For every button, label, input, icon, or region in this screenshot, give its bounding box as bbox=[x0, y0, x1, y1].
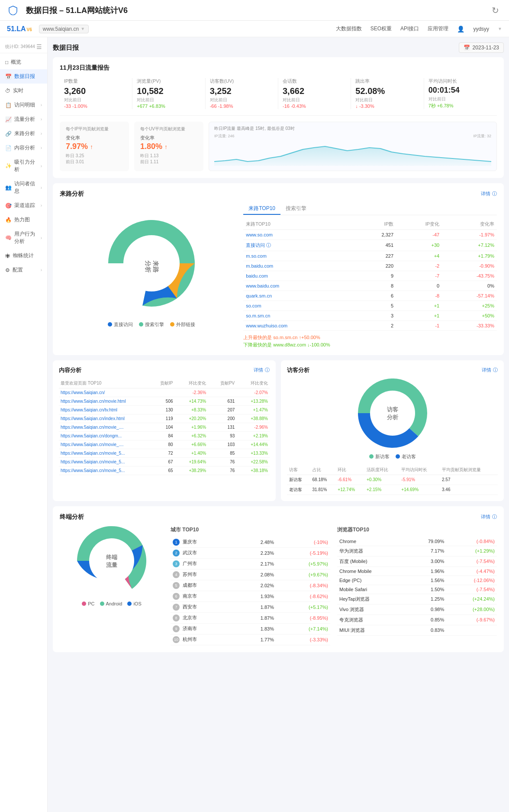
source-table-row: www.wuzhuiso.com 2 -1 -33.33% bbox=[243, 320, 497, 330]
source-note-down: 下降最快的是 www.d8wz.com ↓-100.00% bbox=[243, 342, 497, 348]
user-dropdown[interactable]: ▼ bbox=[498, 26, 502, 31]
visitor-detail-icon: ⓘ bbox=[493, 367, 498, 373]
city-table-row: 5 成都市 2.02% (-8.34%) bbox=[171, 580, 330, 591]
sidebar-item-spider[interactable]: 🕷 蜘蛛统计 bbox=[0, 249, 47, 263]
visitor-detail-link[interactable]: 详情 ⓘ bbox=[482, 367, 498, 373]
calendar-icon: 📅 bbox=[464, 45, 470, 51]
stat-ip-compare: 对比前日 bbox=[64, 97, 128, 103]
browser-table-row: HeyTap浏览器 1.25% (+24.24%) bbox=[337, 594, 497, 604]
city-table-row: 3 广州市 2.17% (+5.97%) bbox=[171, 558, 330, 569]
arrow-icon: › bbox=[41, 103, 42, 107]
nav-seo[interactable]: SEO权重 bbox=[370, 25, 392, 32]
cities-data-table: 1 重庆市 2.48% (-10%) 2 武汉市 2.23% (-5.19%) … bbox=[171, 537, 330, 645]
stat-pv-change: +677 +6.83% bbox=[137, 104, 200, 109]
config-icon: ⚙ bbox=[5, 267, 10, 273]
username[interactable]: yydsyy bbox=[473, 26, 489, 32]
arrow-icon-7: › bbox=[41, 203, 42, 208]
visitor-info-icon: 👥 bbox=[5, 184, 12, 191]
stat-uv-change: -66 -1.98% bbox=[210, 104, 274, 109]
sidebar-item-content[interactable]: 📄 内容分析 › bbox=[0, 141, 47, 155]
source-th-rate: 变化率 bbox=[442, 219, 497, 230]
sidebar-item-heatmap[interactable]: 🔥 热力图 bbox=[0, 213, 47, 227]
refresh-button[interactable]: ↻ bbox=[488, 3, 502, 17]
behavior-icon: 🧠 bbox=[5, 235, 12, 241]
daily-icon: 📅 bbox=[5, 74, 12, 80]
source-tab-search[interactable]: 搜索引擎 bbox=[280, 203, 312, 215]
source-note-up: 上升最快的是 so.m.sm.cn ↑+50.00% bbox=[243, 334, 497, 341]
spider-icon: 🕷 bbox=[5, 253, 10, 259]
stat-ip-label: IP数量 bbox=[64, 78, 128, 84]
stats-card: 11月23日流量报告 IP数量 3,260 对比前日 -33 -1.00% 浏览… bbox=[53, 57, 504, 178]
arrow-icon-5: › bbox=[41, 164, 42, 168]
logo-text: 51.LAV6 bbox=[7, 25, 32, 33]
sidebar-item-attraction[interactable]: ✨ 吸引力分析 › bbox=[0, 155, 47, 177]
sidebar-item-realtime[interactable]: ⏱ 实时 bbox=[0, 84, 47, 98]
logo-shield bbox=[7, 4, 19, 16]
metrics-lower-row: 每个IP平均页献浏览量 变化率 7.97% ↑ 昨日 3.25 前日 3.01 … bbox=[60, 122, 497, 171]
ip-per-visit-value: 7.97% ↑ bbox=[66, 142, 123, 151]
browser-table-row: 百度 (Mobile) 3.00% (-7.54%) bbox=[337, 556, 497, 566]
stat-duration-label: 平均访问时长 bbox=[428, 78, 493, 84]
sidebar-item-overview[interactable]: □ 概览 bbox=[0, 55, 47, 69]
browser-table-row: MIUI 浏览器 0.83% bbox=[337, 625, 497, 635]
source-analysis-card: 来路分析 详情 ⓘ bbox=[53, 183, 504, 355]
source-table-row: m.baidu.com 220 -2 -0.90% bbox=[243, 261, 497, 271]
site-url-input[interactable]: www.5aiqian.cn ▼ bbox=[39, 25, 89, 33]
visitor-th: 访客 bbox=[287, 465, 310, 475]
sidebar-item-visit-detail[interactable]: 📋 访问明细 › bbox=[0, 98, 47, 112]
content-table-row: https://www.5aiqian.cn/movie_.... 104 +1… bbox=[59, 423, 270, 431]
visitor-legend: 新访客 老访客 bbox=[369, 451, 416, 463]
city-table-row: 1 重庆市 2.48% (-10%) bbox=[171, 537, 330, 548]
sidebar-item-daily[interactable]: 📅 数据日报 bbox=[0, 69, 47, 84]
ip-chart-box: 昨日IP流量 最高峰是 15时, 最低谷是 03时 IP流量: 246 IP流量… bbox=[209, 122, 497, 171]
stat-session-label: 会话数 bbox=[283, 78, 346, 84]
terminal-donut-area: 终端流量 PC Android bbox=[60, 526, 164, 645]
stat-pv-value: 10,582 bbox=[137, 86, 200, 96]
visitor-th: 活跃度环比 bbox=[364, 465, 399, 475]
uv-per-visit-prevday: 前日 1.11 bbox=[140, 159, 197, 165]
overview-icon: □ bbox=[5, 59, 8, 65]
sidebar-item-behavior[interactable]: 🧠 用户行为分析 › bbox=[0, 227, 47, 249]
sidebar: 统计ID: 349644 ☰ □ 概览 📅 数据日报 ⏱ 实时 📋 访问明细 ›… bbox=[0, 37, 48, 812]
stat-uv: 访客数(UV) 3,252 对比前日 -66 -1.98% bbox=[206, 78, 278, 109]
cities-table-area: 城市 TOP10 1 重庆市 2.48% (-10%) 2 武汉市 2.23% … bbox=[171, 526, 330, 645]
content-th-ip: 贡献IP bbox=[149, 379, 175, 388]
source-table-row: quark.sm.cn 6 -8 -57.14% bbox=[243, 291, 497, 301]
stat-duration-value: 00:01:54 bbox=[428, 86, 493, 95]
sidebar-item-visitor-info[interactable]: 👥 访问者信息 › bbox=[0, 177, 47, 198]
terminal-legend: PC Android iOS bbox=[82, 598, 142, 609]
content-data-table: 最受欢迎页面 TOP10 贡献IP 环比变化 贡献PV 环比变化 https:/… bbox=[59, 379, 270, 475]
stat-bounce-value: 52.08% bbox=[355, 86, 419, 96]
top-nav: 数据日报 – 51.LA网站统计V6 ↻ bbox=[0, 0, 509, 21]
content-detail-link[interactable]: 详情 ⓘ bbox=[254, 367, 270, 373]
visitor-th: 占比 bbox=[310, 465, 336, 475]
content-th-ip-chg: 环比变化 bbox=[175, 379, 208, 388]
sidebar-item-source[interactable]: 🔗 来路分析 › bbox=[0, 126, 47, 141]
source-tab-top10[interactable]: 来路TOP10 bbox=[243, 203, 280, 215]
attraction-icon: ✨ bbox=[5, 163, 12, 169]
terminal-detail-link[interactable]: 详情 ⓘ bbox=[481, 514, 497, 520]
browser-table-row: Edge (PC) 1.56% (-12.06%) bbox=[337, 576, 497, 585]
nav-bigdata[interactable]: 大数据指数 bbox=[336, 25, 362, 32]
source-table-row: m.so.com 227 +4 +1.79% bbox=[243, 251, 497, 261]
nav-app-mgmt[interactable]: 应用管理 bbox=[428, 25, 448, 32]
source-th-name: 来路TOP10 bbox=[243, 219, 355, 230]
sidebar-item-config[interactable]: ⚙ 配置 › bbox=[0, 263, 47, 277]
city-table-row: 2 武汉市 2.23% (-5.19%) bbox=[171, 547, 330, 558]
nav-api[interactable]: API接口 bbox=[400, 25, 419, 32]
content-analysis-card: 内容分析 详情 ⓘ 最受欢迎页面 TOP10 贡献IP 环比变化 贡献PV 环比… bbox=[53, 360, 276, 501]
date-picker[interactable]: 📅 2023-11-23 bbox=[459, 42, 504, 53]
sidebar-item-traffic[interactable]: 📈 流量分析 › bbox=[0, 112, 47, 126]
city-table-row: 8 北京市 1.87% (-8.95%) bbox=[171, 612, 330, 623]
content-table-row: https://www.5aiqian.cn/index.html 119 +2… bbox=[59, 414, 270, 423]
city-table-row: 6 南京市 1.93% (-8.62%) bbox=[171, 591, 330, 602]
source-detail-link[interactable]: 详情 ⓘ bbox=[481, 191, 497, 197]
traffic-icon: 📈 bbox=[5, 116, 12, 123]
ip-peak-label: IP流量: 246 bbox=[214, 133, 235, 139]
uv-per-visit-label: 每个UV平均页献浏览量 bbox=[140, 126, 197, 132]
source-notes: 上升最快的是 so.m.sm.cn ↑+50.00% 下降最快的是 www.d8… bbox=[243, 334, 497, 348]
browser-table-row: Chrome Mobile 1.96% (-4.47%) bbox=[337, 566, 497, 576]
sidebar-item-channel[interactable]: 🎯 渠道追踪 › bbox=[0, 198, 47, 213]
uv-per-visit-value: 1.80% ↑ bbox=[140, 142, 197, 151]
stat-bounce-change: ↓ -3.30% bbox=[355, 104, 419, 109]
